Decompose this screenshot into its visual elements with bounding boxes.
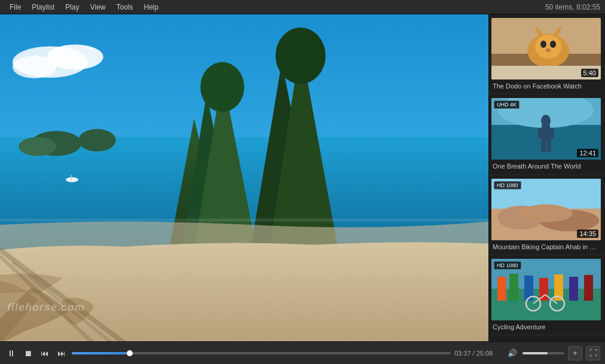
time-display: 03:37 / 25:08 (454, 350, 502, 357)
thumbnail: HD 1080 14:35 (491, 179, 601, 240)
menu-help[interactable]: Help (139, 2, 164, 13)
list-item[interactable]: HD 1080 14:35 Mountain Biking Captain Ah… (489, 175, 605, 255)
menu-file[interactable]: File (5, 2, 26, 13)
thumbnail: 5:40 (491, 18, 601, 79)
progress-fill (72, 352, 127, 354)
playlist-sidebar: 5:40 The Dodo on Facebook Watch (488, 14, 605, 341)
menu-tools[interactable]: Tools (112, 2, 138, 13)
quality-badge: UHD 4K (494, 100, 520, 109)
add-button[interactable]: + (568, 346, 582, 360)
playlist-item-title: Cycling Adventure (491, 323, 603, 331)
svg-point-3 (13, 56, 56, 78)
video-player[interactable]: filehorse.com (0, 14, 488, 341)
svg-point-6 (19, 137, 56, 155)
duration-badge: 12:41 (577, 149, 598, 157)
main-area: filehorse.com (0, 14, 605, 341)
current-time: 03:37 (454, 350, 471, 357)
svg-rect-56 (584, 275, 593, 301)
menu-play[interactable]: Play (60, 2, 84, 13)
list-item[interactable]: HD 1080 Cycling Adventure (489, 255, 605, 335)
menu-playlist[interactable]: Playlist (27, 2, 59, 13)
quality-badge: HD 1080 (494, 181, 521, 189)
svg-rect-36 (542, 125, 550, 140)
total-time: 25:08 (476, 350, 493, 357)
fullscreen-button[interactable]: ⛶ (586, 346, 600, 360)
svg-point-24 (535, 35, 561, 59)
svg-rect-53 (539, 278, 548, 301)
progress-handle[interactable] (127, 350, 133, 356)
svg-point-7 (78, 129, 116, 152)
menubar: File Playlist Play View Tools Help 50 it… (0, 0, 605, 14)
svg-point-46 (519, 204, 573, 222)
quality-badge: HD 1080 (494, 261, 521, 270)
svg-point-14 (276, 27, 326, 84)
next-button[interactable]: ⏭ (55, 347, 68, 360)
menubar-left: File Playlist Play View Tools Help (5, 2, 163, 13)
item-count: 50 items, 8:02:55 (545, 3, 600, 11)
duration-badge: 5:40 (581, 69, 598, 77)
svg-rect-37 (538, 128, 543, 139)
volume-bar[interactable] (522, 352, 564, 354)
svg-rect-20 (0, 219, 488, 222)
svg-rect-40 (546, 139, 551, 152)
svg-point-28 (550, 41, 556, 48)
stop-button[interactable]: ⏹ (22, 347, 35, 360)
svg-rect-38 (549, 128, 554, 139)
svg-point-18 (66, 177, 78, 182)
playlist-item-title: Mountain Biking Captain Ahab in Moa... (491, 243, 603, 251)
play-pause-button[interactable]: ⏸ (5, 347, 18, 360)
playlist-item-title: The Dodo on Facebook Watch (491, 82, 603, 90)
thumbnail: HD 1080 (491, 259, 601, 320)
controls-bar: ⏸ ⏹ ⏮ ⏭ 03:37 / 25:08 🔊 + ⛶ (0, 341, 605, 364)
list-item[interactable]: UHD 4K 12:41 One Breath Around The World (489, 94, 605, 175)
svg-point-27 (540, 41, 546, 48)
svg-rect-51 (509, 274, 518, 301)
playlist-item-title: One Breath Around The World (491, 162, 603, 170)
prev-button[interactable]: ⏮ (38, 347, 51, 360)
svg-rect-50 (497, 277, 506, 301)
svg-rect-39 (541, 139, 546, 152)
volume-button[interactable]: 🔊 (506, 347, 519, 360)
svg-rect-19 (71, 175, 72, 181)
thumbnail: UHD 4K 12:41 (491, 98, 601, 160)
duration-badge: 14:35 (577, 230, 598, 238)
menu-view[interactable]: View (85, 2, 111, 13)
svg-point-29 (546, 48, 551, 52)
list-item[interactable]: 5:40 The Dodo on Facebook Watch (489, 14, 605, 94)
playlist-items-container[interactable]: 5:40 The Dodo on Facebook Watch (489, 14, 605, 341)
svg-point-13 (200, 62, 244, 112)
progress-bar[interactable] (72, 352, 451, 354)
svg-rect-55 (569, 277, 578, 301)
volume-fill (522, 352, 548, 354)
